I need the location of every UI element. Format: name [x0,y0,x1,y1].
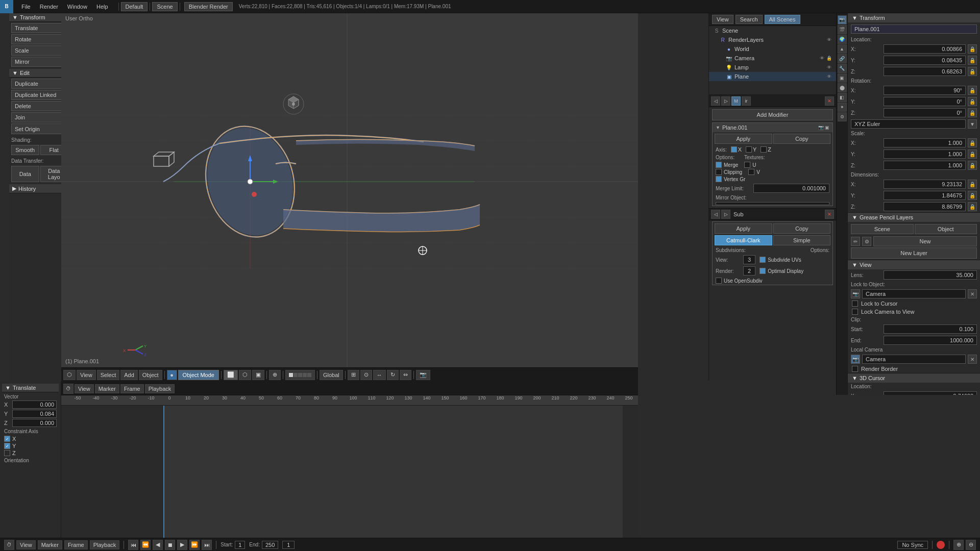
camera-lock-select[interactable]: Camera [862,289,966,298]
mod-close-icon[interactable]: ✕ [825,96,834,106]
mirror-render-icon[interactable]: ▣ [825,125,829,130]
rotate-button[interactable]: Rotate [11,34,68,44]
pb-marker-btn[interactable]: Marker [38,540,62,549]
rot-mode-arrow[interactable]: ▼ [968,119,977,129]
object-menu-btn[interactable]: Object [139,370,162,380]
mod-icon-3[interactable]: ir [742,96,751,106]
local-camera-clear[interactable]: ✕ [968,355,977,364]
object-props-icon[interactable]: ▲ [838,44,847,54]
proportional-icon[interactable]: ⊙ [360,370,372,380]
u-checkbox[interactable] [744,162,750,168]
outliner-view-tab[interactable]: View [712,15,733,24]
mirror-expand-icon[interactable]: ▼ [716,125,720,130]
record-btn[interactable] [937,541,945,549]
dim-x-lock[interactable]: 🔒 [968,180,977,189]
camera-lock-clear[interactable]: ✕ [968,289,977,298]
mirror-copy-btn[interactable]: Copy [773,134,831,144]
loc-x-lock[interactable]: 🔒 [968,44,977,54]
key-insert-btn[interactable]: ⊕ [953,540,964,550]
cursor-3d-header[interactable]: ▼ 3D Cursor [848,373,980,383]
lp-y-value[interactable]: 0.084 [12,410,57,418]
scale-z-lock[interactable]: 🔒 [968,161,977,170]
gp-settings-icon[interactable]: ⚙ [862,237,871,246]
lock-camera-view-checkbox[interactable] [852,309,858,315]
scale-y-value[interactable]: 1.000 [884,149,966,159]
gp-pencil-icon[interactable]: ✏ [851,237,860,246]
key-remove-btn[interactable]: ⊖ [966,540,976,550]
view-prop-header[interactable]: ▼ View [848,260,980,269]
optimal-display-checkbox[interactable] [760,268,766,274]
scene-props-icon[interactable]: 🎬 [838,25,847,34]
3d-viewport[interactable]: User Ortho [61,13,638,367]
jump-start-btn[interactable]: ⏮ [128,540,138,550]
sub-icon-1[interactable]: ◁ [711,210,720,219]
local-camera-icon[interactable]: 📷 [851,355,860,364]
merge-checkbox[interactable] [716,162,722,168]
eye-icon[interactable]: 👁 [826,37,832,43]
plane-eye-icon[interactable]: 👁 [826,73,832,80]
loc-z-value[interactable]: 0.68263 [884,67,966,76]
outliner-renderlayers-item[interactable]: R RenderLayers 👁 [709,35,836,44]
duplicate-linked-button[interactable]: Duplicate Linked [11,90,68,100]
viewport-shade-wire[interactable]: ⬡ [239,370,251,380]
mirror-button[interactable]: Mirror [11,57,68,67]
add-modifier-button[interactable]: Add Modifier [712,109,833,120]
smooth-button[interactable]: Smooth [11,145,39,155]
render-val[interactable]: 2 [743,266,755,276]
join-button[interactable]: Join [11,112,68,122]
transform-prop-header[interactable]: ▼ Transform [848,13,980,22]
engine-selector[interactable]: Blender Render [184,2,233,11]
constraint-x-checkbox[interactable]: ✓ [4,436,10,442]
outliner-scene-item[interactable]: S Scene [709,26,836,35]
gp-new-btn[interactable]: New [873,236,977,246]
translate-button[interactable]: Translate [11,23,68,33]
mod-icon-1[interactable]: ◁ [711,96,720,106]
lp-x-value[interactable]: 0.000 [12,400,57,409]
scale-x-value[interactable]: 1.000 [884,138,966,147]
menu-render[interactable]: Render [36,3,62,11]
viewport-shade-solid[interactable]: ⬜ [224,370,238,380]
current-frame-value[interactable]: 1 [282,541,295,549]
subdivide-uvs-checkbox[interactable] [760,257,766,263]
menu-window[interactable]: Window [63,3,91,11]
merge-limit-value[interactable]: 0.001000 [753,184,829,193]
step-back-btn[interactable]: ⏪ [140,540,151,550]
rot-x-value[interactable]: 90° [884,86,966,95]
gp-new-layer-btn[interactable]: New Layer [851,247,977,259]
timeline-track-area[interactable] [61,406,638,551]
step-fwd-btn[interactable]: ⏩ [189,540,200,550]
jump-end-btn[interactable]: ⏭ [202,540,212,550]
outliner-search-tab[interactable]: Search [736,15,763,24]
gp-object-btn[interactable]: Object [915,224,977,234]
texture-icon[interactable]: ◧ [838,93,847,102]
scale-button[interactable]: Scale [11,45,68,56]
pb-frame-btn[interactable]: Frame [64,540,88,549]
dim-x-value[interactable]: 9.23132 [884,180,966,189]
tl-frame-btn[interactable]: Frame [120,384,144,393]
gp-scene-btn[interactable]: Scene [851,224,914,234]
tl-marker-btn[interactable]: Marker [95,384,119,393]
sync-select[interactable]: No Sync [897,541,928,549]
view-menu-btn[interactable]: View [77,370,96,380]
move-icon[interactable]: ↔ [373,370,386,380]
object-name-display[interactable]: Plane.001 [851,24,977,34]
material-icon[interactable]: ⬤ [838,83,847,92]
constraints-icon[interactable]: 🔗 [838,54,847,63]
workspace-selector[interactable]: Default [121,2,148,11]
sub-close-icon[interactable]: ✕ [825,210,834,219]
simple-btn[interactable]: Simple [773,235,831,245]
scale-y-lock[interactable]: 🔒 [968,149,977,159]
tl-view-btn[interactable]: View [75,384,94,393]
data-icon[interactable]: ▣ [838,73,847,83]
delete-button[interactable]: Delete [11,101,68,111]
menu-help[interactable]: Help [92,3,112,11]
grease-pencil-header[interactable]: ▼ Grease Pencil Layers [848,213,980,222]
outliner-lamp-item[interactable]: 💡 Lamp 👁 [709,63,836,72]
pb-view-btn[interactable]: View [16,540,36,549]
add-menu-btn[interactable]: Add [120,370,138,380]
mod-icon-2[interactable]: ▷ [721,96,730,106]
mod-icon-mir[interactable]: M [731,96,741,106]
pivot-icon[interactable]: ⊕ [269,370,281,380]
viewport-shade-texture[interactable]: ▣ [252,370,264,380]
scale-z-value[interactable]: 1.000 [884,161,966,170]
